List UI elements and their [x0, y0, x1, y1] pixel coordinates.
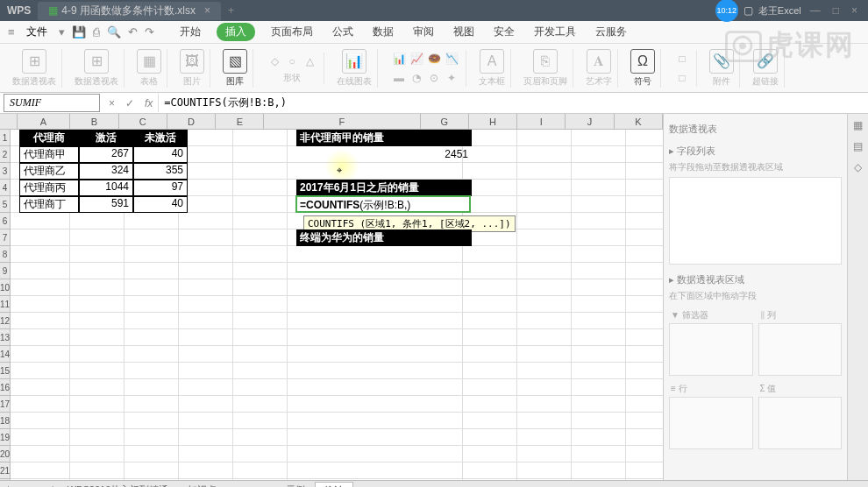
table-cell[interactable]: 267: [79, 146, 133, 163]
col-header[interactable]: J: [566, 114, 614, 129]
cell[interactable]: [517, 479, 572, 480]
row-area[interactable]: [669, 397, 753, 449]
cell[interactable]: [517, 180, 572, 196]
cell[interactable]: [70, 479, 125, 480]
cell[interactable]: [179, 462, 233, 479]
cell[interactable]: [517, 296, 572, 313]
cell[interactable]: [572, 413, 626, 429]
cell[interactable]: [233, 296, 288, 313]
cell[interactable]: [463, 263, 517, 279]
cell[interactable]: [70, 329, 125, 346]
cell[interactable]: [70, 213, 125, 229]
cell[interactable]: [233, 246, 288, 263]
cell[interactable]: [572, 180, 626, 196]
cell[interactable]: [70, 263, 125, 279]
table-cell[interactable]: 1044: [79, 180, 133, 196]
fx-icon[interactable]: fx: [139, 97, 158, 109]
cell[interactable]: [572, 130, 626, 146]
cell[interactable]: [572, 329, 626, 346]
filter-area[interactable]: [669, 323, 753, 376]
cell[interactable]: [11, 346, 70, 363]
ribbon-chart[interactable]: 📊📈🍩📉 ▬◔⊙✦: [385, 50, 466, 87]
cell[interactable]: [125, 413, 179, 429]
cell[interactable]: [463, 279, 517, 296]
cell[interactable]: [572, 479, 626, 480]
column-area[interactable]: [758, 323, 843, 376]
cell[interactable]: [125, 479, 179, 480]
cell[interactable]: [572, 163, 626, 180]
table-cell[interactable]: 代理商丁: [19, 196, 79, 213]
cell[interactable]: [125, 379, 179, 396]
cell[interactable]: [626, 396, 663, 413]
row-header[interactable]: 19: [0, 429, 11, 446]
cell[interactable]: [517, 263, 572, 279]
cell[interactable]: [125, 313, 179, 329]
cell[interactable]: [70, 446, 125, 462]
cell[interactable]: [125, 246, 179, 263]
cell[interactable]: [70, 363, 125, 379]
cell[interactable]: [70, 296, 125, 313]
col-header[interactable]: D: [167, 114, 216, 129]
tab-formula[interactable]: 公式: [329, 23, 357, 41]
cell[interactable]: [572, 396, 626, 413]
cell[interactable]: [233, 429, 288, 446]
spreadsheet[interactable]: A B C D E F G H I J K 123456789101112131…: [0, 114, 663, 480]
sheet-tab[interactable]: 知识点: [178, 481, 226, 487]
cell[interactable]: [179, 329, 233, 346]
cell[interactable]: [288, 346, 463, 363]
cell[interactable]: [288, 446, 463, 462]
section-value[interactable]: 2451: [296, 146, 472, 163]
print-icon[interactable]: ⎙: [90, 25, 103, 39]
table-cell[interactable]: 代理商丙: [19, 180, 79, 196]
row-header[interactable]: 9: [0, 263, 11, 279]
save-icon[interactable]: 💾: [69, 25, 89, 39]
cell[interactable]: [626, 229, 663, 246]
cell[interactable]: [179, 479, 233, 480]
cell[interactable]: [463, 329, 517, 346]
cell[interactable]: [517, 279, 572, 296]
cell[interactable]: [517, 246, 572, 263]
menu-icon[interactable]: ≡: [5, 25, 18, 39]
tab-cloud[interactable]: 云服务: [592, 23, 630, 41]
cell[interactable]: [11, 446, 70, 462]
cell[interactable]: [179, 313, 233, 329]
cell[interactable]: [626, 379, 663, 396]
cell[interactable]: [288, 163, 463, 180]
cell[interactable]: [626, 479, 663, 480]
cell[interactable]: [572, 313, 626, 329]
cell[interactable]: [125, 213, 179, 229]
cell[interactable]: [70, 379, 125, 396]
row-header[interactable]: 21: [0, 462, 11, 479]
cell[interactable]: [233, 363, 288, 379]
cell[interactable]: [463, 396, 517, 413]
cell[interactable]: [463, 429, 517, 446]
row-header[interactable]: 13: [0, 329, 11, 346]
cell[interactable]: [463, 462, 517, 479]
cell[interactable]: [11, 263, 70, 279]
document-tab[interactable]: ▦ 4-9 用函数做多条件计数.xlsx ×: [38, 2, 221, 20]
cell[interactable]: [288, 313, 463, 329]
cell[interactable]: [125, 363, 179, 379]
sheet-tab[interactable]: WPS2019从入门到精通: [58, 481, 179, 487]
cell[interactable]: [179, 246, 233, 263]
panel-icon[interactable]: ▦: [853, 119, 863, 131]
cell[interactable]: [179, 229, 233, 246]
cell[interactable]: [179, 429, 233, 446]
cell[interactable]: [125, 462, 179, 479]
col-header[interactable]: A: [18, 114, 71, 129]
sheet-tab-active[interactable]: 统计: [315, 482, 353, 488]
sheet-tab[interactable]: 示例: [276, 481, 315, 487]
panel-icon[interactable]: ◇: [854, 161, 862, 173]
cell[interactable]: [233, 379, 288, 396]
row-header[interactable]: 1: [0, 130, 11, 146]
table-cell[interactable]: 97: [133, 180, 188, 196]
cell[interactable]: [125, 396, 179, 413]
cell[interactable]: [572, 446, 626, 462]
ribbon-object[interactable]: □ □: [668, 50, 697, 87]
row-header[interactable]: 2: [0, 146, 11, 163]
cell[interactable]: [233, 279, 288, 296]
cell[interactable]: [179, 263, 233, 279]
cell[interactable]: [11, 479, 70, 480]
cell[interactable]: [463, 313, 517, 329]
cell[interactable]: [233, 163, 288, 180]
